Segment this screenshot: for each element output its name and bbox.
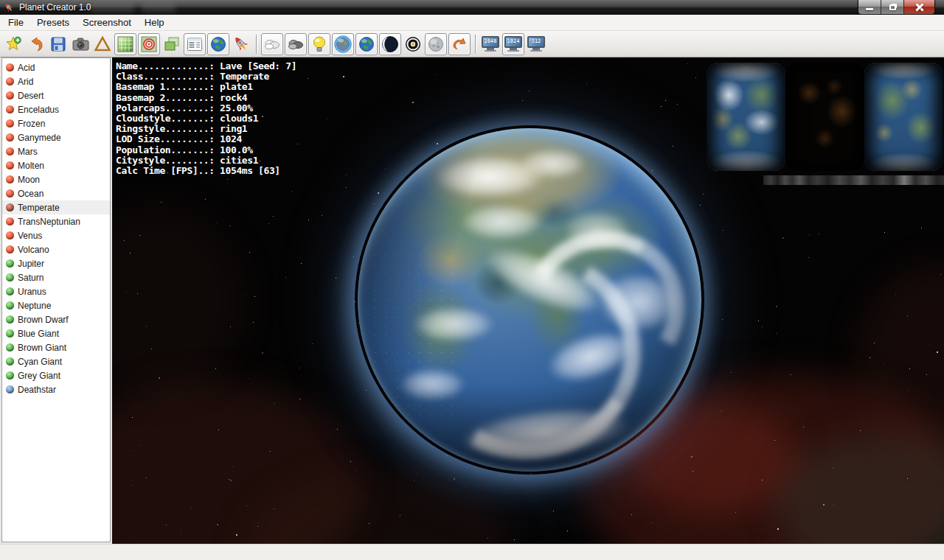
titlebar[interactable]: Planet Creator 1.0 [0, 0, 944, 15]
target-icon [141, 36, 157, 52]
rings-button[interactable] [403, 33, 423, 55]
crescent-night-icon [381, 35, 399, 53]
preset-list-item[interactable]: Brown Giant [2, 340, 110, 354]
light-button[interactable] [308, 33, 330, 55]
preset-list-item[interactable]: Jupiter [2, 256, 110, 270]
save-button[interactable] [48, 33, 69, 55]
preset-list-item[interactable]: Grey Giant [2, 368, 110, 382]
preset-list-item[interactable]: TransNeptunian [2, 214, 110, 228]
daymap-globe-button[interactable] [355, 33, 378, 55]
triangle-icon [94, 35, 111, 53]
lod-512-button[interactable]: 512 [526, 33, 546, 55]
monitor-2048-icon: 2048 [482, 36, 499, 52]
preset-list-item[interactable]: Brown Dwarf [2, 312, 110, 326]
restore-icon [889, 4, 896, 10]
monitor-512-icon: 512 [527, 36, 545, 52]
planet-dot-icon [6, 245, 14, 253]
preset-label: Grey Giant [18, 371, 60, 381]
preset-label: Acid [18, 63, 35, 73]
preset-list: Acid Arid Desert Enceladus [1, 57, 111, 542]
stats-line: Citystyle........: cities1 [116, 155, 296, 166]
moon-button[interactable] [425, 33, 447, 55]
preset-list-item[interactable]: Volcano [2, 242, 110, 256]
minimize-button[interactable] [858, 0, 881, 14]
menu-item[interactable]: Presets [30, 15, 76, 29]
planet-dot-icon [6, 231, 14, 239]
preset-list-item[interactable]: Enceladus [2, 102, 110, 116]
preset-label: TransNeptunian [18, 217, 80, 227]
preset-label: Ocean [18, 189, 44, 199]
heightmap-button[interactable] [114, 33, 136, 55]
lod-1024-button[interactable]: 1024 [502, 33, 524, 55]
preset-label: Frozen [18, 119, 45, 129]
close-button[interactable] [904, 0, 934, 14]
preset-list-item[interactable]: Saturn [2, 270, 110, 284]
undo-button[interactable] [26, 33, 46, 55]
preset-list-item[interactable]: Mars [2, 144, 110, 158]
texture-preview-daymap [707, 63, 785, 171]
render-globe-button[interactable] [207, 33, 229, 55]
toolbar: 2048 1024 512 [0, 31, 944, 57]
globe-render-icon [210, 36, 226, 52]
new-preset-button[interactable] [4, 33, 24, 55]
planet[interactable] [358, 128, 701, 472]
preset-list-item[interactable]: Ganymede [2, 130, 110, 144]
lod-2048-button[interactable]: 2048 [480, 33, 501, 55]
stats-line: Calc Time [FPS]..: 1054ms [63] [116, 166, 296, 176]
preset-list-item[interactable]: Frozen [2, 116, 110, 130]
preset-list-item[interactable]: Ocean [2, 186, 110, 200]
preset-list-item[interactable]: Acid [2, 60, 110, 74]
planet-dot-icon [6, 77, 14, 85]
planet-dot-icon [6, 315, 14, 323]
preset-list-item[interactable]: Venus [2, 228, 110, 242]
planet-dot-icon [6, 91, 14, 99]
menu-item[interactable]: Screenshot [76, 15, 138, 29]
preset-list-item[interactable]: Temperate [2, 200, 110, 214]
app-rocket-icon [3, 1, 15, 13]
details-button[interactable] [184, 33, 206, 55]
wireframe-button[interactable] [92, 33, 113, 55]
planet-surface [358, 128, 701, 472]
toolbar-separator [256, 35, 257, 54]
lod-2048-label: 2048 [482, 38, 499, 44]
moon-icon [428, 36, 444, 52]
window-title: Planet Creator 1.0 [19, 2, 91, 13]
preset-list-item[interactable]: Uranus [2, 284, 110, 298]
planet-dot-icon [6, 287, 14, 295]
menu-item[interactable]: Help [138, 15, 171, 29]
clouds-light-button[interactable] [261, 33, 283, 55]
planet-dot-icon [6, 343, 14, 351]
preset-label: Arid [18, 77, 33, 87]
titlebar-ghost [142, 2, 176, 13]
preset-list-item[interactable]: Molten [2, 158, 110, 172]
minimize-icon [866, 8, 873, 10]
preset-list-item[interactable]: Cyan Giant [2, 354, 110, 368]
statusbar [0, 544, 944, 560]
planet-dot-icon [6, 203, 14, 211]
restore-button[interactable] [881, 0, 904, 14]
preset-list-item[interactable]: Deathstar [2, 382, 110, 396]
nightside-button[interactable] [379, 33, 401, 55]
menu-item[interactable]: File [1, 15, 30, 29]
preset-list-item[interactable]: Blue Giant [2, 326, 110, 340]
clouds-dark-button[interactable] [285, 33, 307, 55]
preset-list-item[interactable]: Desert [2, 88, 110, 102]
stats-line: Class............: Temperate [116, 71, 296, 82]
preset-list-item[interactable]: Moon [2, 172, 110, 186]
render-viewport[interactable]: Name.............: Lave [Seed: 7] Class.… [112, 57, 944, 544]
planet-dot-icon [6, 175, 14, 183]
launch-button[interactable] [231, 33, 251, 55]
planet-dot-icon [6, 133, 14, 141]
heightmap-gradient-strip [763, 175, 944, 185]
preset-list-item[interactable]: Arid [2, 74, 110, 88]
texture-preview-terrainmap [864, 63, 943, 171]
atmosphere-button[interactable] [332, 33, 354, 55]
planet-dot-icon [6, 105, 14, 113]
layers-button[interactable] [162, 33, 182, 55]
reset-rotation-button[interactable] [448, 33, 471, 55]
main-area: Acid Arid Desert Enceladus [0, 57, 944, 544]
screenshot-button[interactable] [70, 33, 91, 55]
preset-list-item[interactable]: Neptune [2, 298, 110, 312]
target-map-button[interactable] [138, 33, 160, 55]
save-floppy-icon [49, 35, 67, 53]
